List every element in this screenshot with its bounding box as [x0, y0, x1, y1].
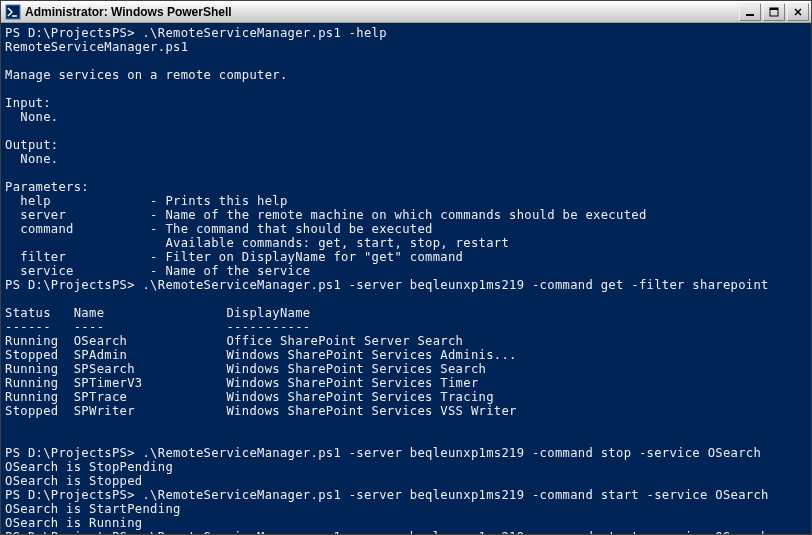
window-title: Administrator: Windows PowerShell — [25, 5, 737, 19]
terminal-output[interactable]: PS D:\ProjectsPS> .\RemoteServiceManager… — [1, 23, 811, 534]
app-icon — [5, 4, 21, 20]
titlebar[interactable]: Administrator: Windows PowerShell — [1, 1, 811, 23]
window-controls — [737, 3, 809, 21]
minimize-button[interactable] — [739, 3, 761, 21]
powershell-window: Administrator: Windows PowerShell PS D:\… — [0, 0, 812, 535]
close-button[interactable] — [787, 3, 809, 21]
maximize-button[interactable] — [763, 3, 785, 21]
